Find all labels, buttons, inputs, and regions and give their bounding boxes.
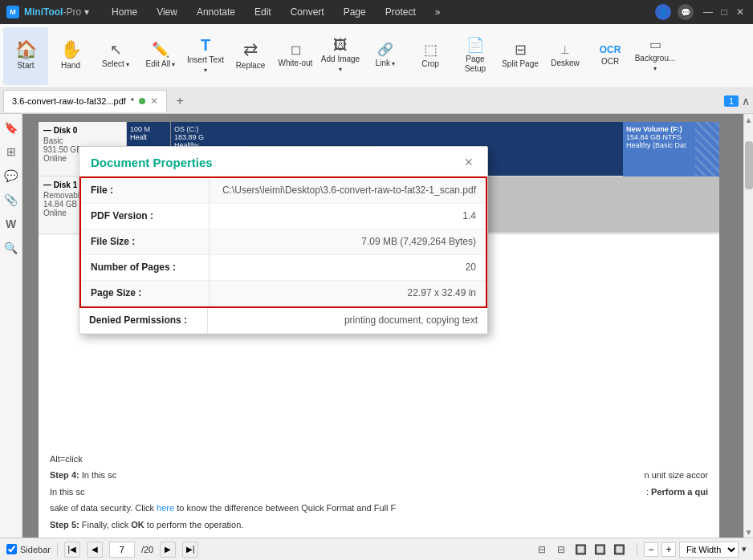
zoom-in-button[interactable]: + bbox=[661, 542, 676, 557]
main-area: 🔖 ⊞ 💬 📎 W 🔍 — Disk 0 Basic 931.50 GB Onl… bbox=[0, 114, 753, 538]
add-image-icon: 🖼 bbox=[333, 38, 348, 52]
hand-icon: ✋ bbox=[60, 41, 82, 59]
toolbar: 🏠 Start ✋ Hand ↖ Select ✏️ Edit All T In… bbox=[0, 24, 753, 88]
zoom-out-button[interactable]: − bbox=[644, 542, 658, 557]
page-size-value: 22.97 x 32.49 in bbox=[210, 281, 486, 306]
tool-page-setup[interactable]: 📄 Page Setup bbox=[453, 27, 498, 85]
page-size-label: Page Size : bbox=[81, 281, 210, 306]
menu-view[interactable]: View bbox=[147, 0, 187, 24]
current-page-input[interactable]: 7 bbox=[109, 542, 135, 558]
menu-annotate[interactable]: Annotate bbox=[187, 0, 245, 24]
tool-edit-all[interactable]: ✏️ Edit All bbox=[138, 27, 183, 85]
status-separator-2 bbox=[637, 543, 637, 556]
menu-edit[interactable]: Edit bbox=[245, 0, 281, 24]
minimize-button[interactable]: — bbox=[702, 6, 714, 18]
window-controls: — □ ✕ bbox=[702, 6, 747, 18]
pages-label: Number of Pages : bbox=[81, 255, 210, 280]
dialog-row-page-size: Page Size : 22.97 x 32.49 in bbox=[81, 281, 486, 306]
new-tab-button[interactable]: + bbox=[170, 91, 189, 111]
chat-icon[interactable]: 💬 bbox=[678, 4, 694, 20]
scroll-down-button[interactable]: ▼ bbox=[745, 526, 753, 538]
tool-crop[interactable]: ⬚ Crop bbox=[408, 27, 453, 85]
dialog-row-file-size: File Size : 7.09 MB (7,429,264 Bytes) bbox=[81, 229, 486, 255]
tool-ocr[interactable]: OCR OCR bbox=[588, 27, 633, 85]
tab-scroll-up[interactable]: ∧ bbox=[742, 95, 750, 108]
menu-protect[interactable]: Protect bbox=[376, 0, 425, 24]
first-page-button[interactable]: |◀ bbox=[64, 542, 80, 558]
link-icon: 🔗 bbox=[377, 43, 393, 56]
pdf-version-value: 1.4 bbox=[210, 204, 486, 229]
menu-more[interactable]: » bbox=[425, 0, 450, 24]
select-icon: ↖ bbox=[110, 43, 122, 57]
sidebar-search-icon[interactable]: 🔍 bbox=[2, 239, 20, 257]
tab-bar: 3.6-convert-raw-to-fat32...pdf * ✕ + 1 ∧ bbox=[0, 88, 753, 114]
insert-text-icon: T bbox=[201, 37, 210, 53]
tool-start[interactable]: 🏠 Start bbox=[3, 27, 48, 85]
tool-hand-label: Hand bbox=[61, 61, 80, 71]
dialog-title: Document Properties bbox=[91, 156, 213, 169]
sidebar-toggle-area: Sidebar bbox=[6, 544, 51, 554]
zoom-select[interactable]: Fit Width Fit Page 50% 75% 100% 125% 150… bbox=[679, 542, 739, 558]
sidebar-thumbnails-icon[interactable]: ⊞ bbox=[2, 143, 20, 160]
tool-split-page[interactable]: ⊟ Split Page bbox=[498, 27, 543, 85]
white-out-icon: ◻ bbox=[291, 43, 301, 56]
dialog-row-pages: Number of Pages : 20 bbox=[81, 255, 486, 281]
tool-insert-text[interactable]: T Insert Text bbox=[183, 27, 228, 85]
maximize-button[interactable]: □ bbox=[718, 6, 731, 18]
sidebar-comments-icon[interactable]: 💬 bbox=[2, 167, 20, 185]
menu-page[interactable]: Page bbox=[334, 0, 376, 24]
dialog-header: Document Properties ✕ bbox=[79, 147, 487, 177]
tool-replace[interactable]: ⇄ Replace bbox=[228, 27, 273, 85]
scroll-up-button[interactable]: ▲ bbox=[745, 114, 753, 125]
fit-page-icon[interactable]: 🔲 bbox=[592, 542, 608, 558]
rotate-icon[interactable]: 🔲 bbox=[611, 542, 627, 558]
last-page-button[interactable]: ▶| bbox=[182, 542, 198, 558]
tool-link[interactable]: 🔗 Link bbox=[363, 27, 408, 85]
dialog-row-file: File : C:\Users\leimi\Desktop\3.6-conver… bbox=[81, 178, 486, 204]
scrollbar-thumb[interactable] bbox=[745, 141, 753, 189]
tool-white-out[interactable]: ◻ White-out bbox=[273, 27, 318, 85]
start-icon: 🏠 bbox=[15, 41, 37, 59]
file-label: File : bbox=[81, 178, 210, 203]
prev-page-button[interactable]: ◀ bbox=[87, 542, 103, 558]
scroll-icon[interactable]: 🔲 bbox=[572, 542, 588, 558]
sidebar-checkbox[interactable] bbox=[6, 544, 17, 554]
edit-all-icon: ✏️ bbox=[152, 43, 169, 57]
tool-add-image[interactable]: 🖼 Add Image bbox=[318, 27, 363, 85]
menu-home[interactable]: Home bbox=[102, 0, 147, 24]
sidebar-attachments-icon[interactable]: 📎 bbox=[2, 191, 20, 209]
app-dropdown[interactable]: ▾ bbox=[84, 6, 89, 18]
tab-saved-indicator bbox=[139, 98, 145, 104]
tool-white-out-label: White-out bbox=[279, 59, 313, 68]
zoom-area: − + Fit Width Fit Page 50% 75% 100% 125%… bbox=[644, 542, 747, 558]
menu-convert[interactable]: Convert bbox=[281, 0, 334, 24]
replace-icon: ⇄ bbox=[243, 41, 258, 59]
tab-filename: 3.6-convert-raw-to-fat32...pdf bbox=[12, 96, 126, 106]
close-button[interactable]: ✕ bbox=[734, 6, 747, 18]
tool-deskew[interactable]: ⟂ Deskew bbox=[543, 27, 588, 85]
dialog-overlay: Document Properties ✕ File : C:\Users\le… bbox=[39, 122, 719, 538]
zoom-dropdown-arrow: ▾ bbox=[742, 544, 747, 554]
tab-close-button[interactable]: ✕ bbox=[150, 95, 158, 107]
tool-replace-label: Replace bbox=[236, 61, 266, 71]
total-pages: /20 bbox=[141, 545, 153, 554]
single-page-icon[interactable]: ⊟ bbox=[534, 542, 550, 558]
dialog-close-button[interactable]: ✕ bbox=[462, 155, 476, 169]
tool-ocr-label: OCR bbox=[601, 57, 619, 67]
account-icon[interactable]: 👤 bbox=[655, 4, 671, 20]
document-tab[interactable]: 3.6-convert-raw-to-fat32...pdf * ✕ bbox=[3, 90, 167, 112]
tool-select[interactable]: ↖ Select bbox=[93, 27, 138, 85]
dialog-row-permissions: Denied Permissions : printing document, … bbox=[79, 308, 487, 334]
sidebar-bookmark-icon[interactable]: 🔖 bbox=[2, 119, 20, 136]
split-page-icon: ⊟ bbox=[515, 43, 527, 57]
tool-background[interactable]: ▭ Backgrou... bbox=[633, 27, 678, 85]
background-icon: ▭ bbox=[649, 39, 661, 51]
tool-hand[interactable]: ✋ Hand bbox=[48, 27, 93, 85]
pages-value: 20 bbox=[210, 255, 486, 280]
sidebar-fields-icon[interactable]: W bbox=[2, 215, 20, 233]
app-name: MiniTool bbox=[24, 6, 63, 18]
double-page-icon[interactable]: ⊟ bbox=[553, 542, 569, 558]
title-bar: M MiniTool -Pro ▾ Home View Annotate Edi… bbox=[0, 0, 753, 24]
right-scrollbar[interactable]: ▲ ▼ bbox=[743, 114, 753, 538]
next-page-button[interactable]: ▶ bbox=[160, 542, 176, 558]
